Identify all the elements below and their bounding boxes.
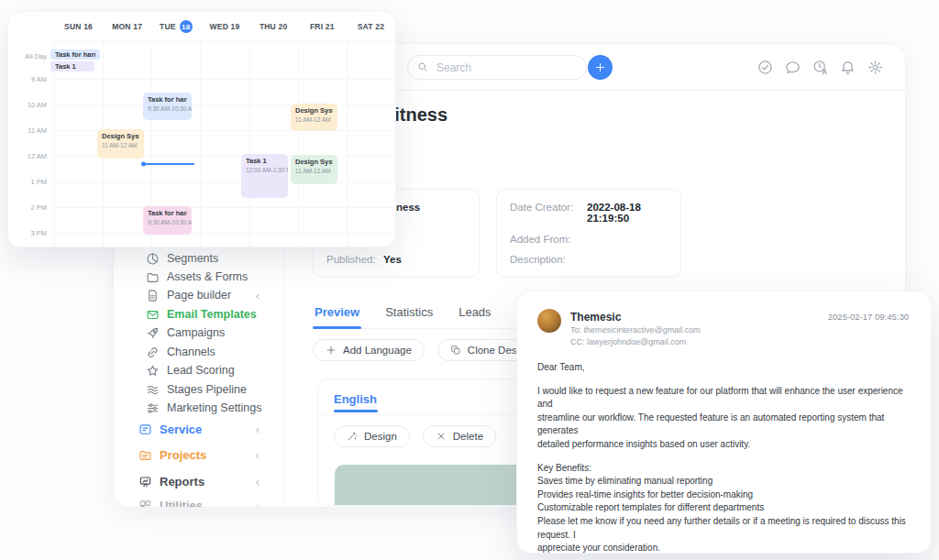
bell-icon[interactable] bbox=[840, 60, 856, 75]
event-time: 9:30 AM-10:30 AM bbox=[148, 105, 187, 112]
calendar-day-wed-19[interactable]: WED 19 bbox=[200, 12, 249, 41]
search-input-wrap[interactable] bbox=[407, 55, 587, 80]
chat-icon[interactable] bbox=[785, 60, 801, 75]
sender-name: Themesic bbox=[570, 311, 621, 324]
calendar-event[interactable]: Design System11 AM-12 AM bbox=[291, 104, 337, 131]
check-circle-icon[interactable] bbox=[757, 60, 773, 75]
sidebar-item-lead-scoring[interactable]: Lead Scoring bbox=[114, 361, 283, 379]
design-button[interactable]: Design bbox=[334, 425, 410, 447]
email-paragraph: Dear Team, bbox=[537, 361, 916, 375]
event-time: 11 AM-12 AM bbox=[295, 116, 333, 123]
sidebar-item-service[interactable]: Service‹ bbox=[114, 418, 283, 440]
info-value-published: Yes bbox=[383, 254, 402, 265]
sidebar-item-projects[interactable]: Projects‹ bbox=[114, 444, 283, 466]
day-label: MON 17 bbox=[112, 22, 142, 31]
sidebar-item-campaigns[interactable]: Campaigns bbox=[114, 324, 283, 342]
button-label: Design bbox=[364, 431, 397, 442]
calendar-event[interactable]: Task for harry...9:30 AM-10:30 AM bbox=[143, 206, 192, 235]
calendar-event[interactable]: Task for harry... bbox=[50, 49, 100, 60]
event-time: 11 AM-12 AM bbox=[295, 168, 333, 174]
calendar-day-mon-17[interactable]: MON 17 bbox=[103, 12, 151, 41]
email-cc: CC: lawyerjohndoe@gmail.com bbox=[570, 337, 686, 346]
calendar-day-tue[interactable]: TUE18 bbox=[151, 12, 200, 41]
sidebar-item-page-builder[interactable]: Page builder‹ bbox=[114, 286, 283, 304]
sidebar-item-label: Service bbox=[160, 423, 202, 436]
clone-icon bbox=[450, 345, 461, 356]
event-title: Task for harry... bbox=[55, 50, 95, 59]
email-body: Dear Team,I would like to request a new … bbox=[537, 361, 916, 554]
grid-line bbox=[200, 41, 201, 247]
grid-line bbox=[347, 41, 348, 247]
search-input[interactable] bbox=[435, 60, 577, 75]
service-icon bbox=[138, 423, 152, 436]
email-to: To: themesicinteractive@gmail.com bbox=[570, 325, 701, 335]
sidebar-item-label: Reports bbox=[160, 475, 204, 489]
gear-icon[interactable] bbox=[867, 60, 883, 75]
sidebar-item-label: Email Templates bbox=[167, 308, 257, 321]
tab-leads[interactable]: Leads bbox=[457, 305, 492, 319]
segments-icon bbox=[146, 252, 160, 266]
calendar-day-sat-22[interactable]: SAT 22 bbox=[347, 12, 395, 41]
sidebar-item-assets-forms[interactable]: Assets & Forms bbox=[114, 268, 283, 286]
time-label: 12 AM bbox=[8, 152, 47, 160]
sidebar-item-label: Assets & Forms bbox=[167, 270, 248, 283]
calendar-day-sun-16[interactable]: SUN 16 bbox=[54, 12, 103, 41]
event-title: Design System bbox=[295, 106, 333, 115]
info-row-date-creator: Date Creator: 2022-08-18 21:19:50 bbox=[510, 202, 668, 224]
email-paragraph: Key Benefits: Saves time by eliminating … bbox=[537, 462, 916, 554]
grid-line bbox=[54, 207, 395, 208]
tab-english-underline bbox=[334, 410, 378, 412]
grid-line bbox=[298, 41, 299, 247]
calendar-day-fri-21[interactable]: FRI 21 bbox=[298, 12, 347, 41]
sliders-icon bbox=[146, 401, 160, 415]
add-language-button[interactable]: Add Language bbox=[313, 339, 425, 361]
sidebar-item-segments[interactable]: Segments bbox=[114, 249, 283, 268]
grid-line bbox=[54, 233, 395, 234]
chevron-collapse-icon[interactable]: ‹ bbox=[256, 423, 260, 435]
calendar-event[interactable]: Design System11 AM-12 AM bbox=[291, 155, 337, 184]
button-label: Add Language bbox=[343, 345, 412, 356]
info-row-description: Description: bbox=[510, 254, 668, 265]
chevron-collapse-icon[interactable]: ‹ bbox=[256, 290, 260, 302]
sidebar-item-channels[interactable]: Channels bbox=[114, 343, 283, 361]
search-icon bbox=[417, 60, 428, 76]
mail-icon bbox=[146, 308, 160, 322]
calendar-day-thu-20[interactable]: THU 20 bbox=[249, 12, 298, 41]
time-label: 2 PM bbox=[8, 203, 47, 212]
chevron-collapse-icon[interactable]: ‹ bbox=[256, 500, 260, 509]
calendar-card: SUN 16MON 17TUE18WED 19THU 20FRI 21SAT 2… bbox=[7, 11, 396, 247]
event-time: 12:00 AM-1:30 PM bbox=[246, 167, 283, 173]
user-clock-icon[interactable] bbox=[812, 60, 828, 75]
event-time: 11 AM-12 AM bbox=[102, 142, 139, 148]
time-label: 9 AM bbox=[8, 75, 47, 83]
info-label-published: Published: bbox=[326, 254, 383, 265]
grid-line bbox=[54, 41, 55, 247]
chevron-collapse-icon[interactable]: ‹ bbox=[256, 476, 260, 488]
calendar-event[interactable]: Design System11 AM-12 AM bbox=[97, 129, 144, 159]
delete-button[interactable]: Delete bbox=[423, 425, 496, 447]
sidebar-item-utilities[interactable]: Utilities‹ bbox=[114, 494, 283, 508]
event-title: Design System bbox=[295, 158, 333, 166]
sidebar-item-marketing-settings[interactable]: Marketing Settings bbox=[114, 399, 283, 417]
event-title: Design System bbox=[102, 132, 139, 140]
day-label: WED 19 bbox=[210, 22, 240, 31]
tab-english[interactable]: English bbox=[334, 392, 377, 406]
sidebar-item-label: Stages Pipeline bbox=[167, 383, 247, 396]
time-label: 11 AM bbox=[8, 126, 47, 135]
add-button[interactable] bbox=[588, 55, 613, 80]
chevron-collapse-icon[interactable]: ‹ bbox=[256, 449, 260, 461]
sidebar-item-label: Segments bbox=[167, 252, 218, 265]
language-actions: DesignDelete bbox=[334, 425, 496, 447]
sidebar-item-reports[interactable]: Reports‹ bbox=[114, 470, 283, 492]
calendar-event[interactable]: Task for harry...9:30 AM-10:30 AM bbox=[143, 93, 192, 120]
calendar-event[interactable]: Task 1 bbox=[50, 61, 94, 71]
now-line bbox=[143, 163, 194, 165]
wand-icon bbox=[347, 431, 358, 442]
tab-statistics[interactable]: Statistics bbox=[383, 305, 435, 319]
tab-preview[interactable]: Preview bbox=[313, 305, 361, 319]
folder-icon bbox=[146, 270, 160, 284]
reports-icon bbox=[138, 475, 152, 489]
sidebar-item-email-templates[interactable]: Email Templates bbox=[114, 305, 283, 324]
calendar-event[interactable]: Task 112:00 AM-1:30 PM bbox=[241, 154, 288, 198]
sidebar-item-stages-pipeline[interactable]: Stages Pipeline bbox=[114, 380, 283, 399]
